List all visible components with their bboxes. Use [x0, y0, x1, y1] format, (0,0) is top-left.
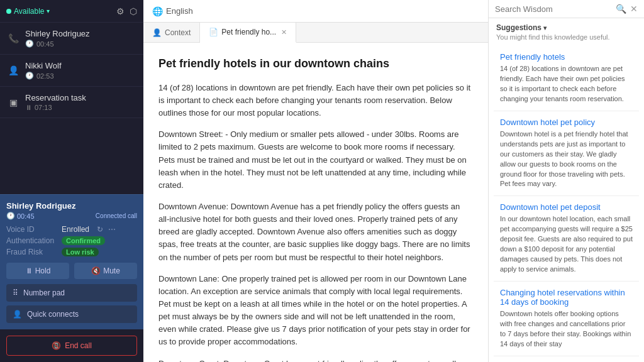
contact-info-shirley: Shirley Rodriguez 🕐 00:45	[25, 29, 137, 48]
contact-item-shirley[interactable]: 📞 Shirley Rodriguez 🕐 00:45	[0, 23, 143, 55]
knowledge-item-text-2: In our downtown hotel location, each sma…	[500, 214, 633, 275]
mute-icon: 🔇	[91, 266, 101, 275]
info-rows: Voice ID Enrolled ↻ ⋯ Authentication Con…	[6, 225, 137, 256]
hold-icon: ⏸	[25, 266, 33, 275]
fraud-badge: Low risk	[62, 248, 99, 256]
suggestions-chevron-icon: ▾	[543, 25, 547, 31]
settings-icon[interactable]: ⚙	[116, 6, 125, 16]
hold-button[interactable]: ⏸ Hold	[6, 263, 69, 279]
active-caller-name: Shirley Rodriguez	[6, 201, 137, 211]
active-caller-time: 🕐 00:45	[6, 212, 35, 220]
language-label: English	[166, 6, 193, 16]
knowledge-item-1[interactable]: Downtown hotel pet policy Downtown hotel…	[494, 111, 639, 197]
knowledge-item-title-2: Downtown hotel pet deposit	[500, 202, 633, 212]
article-para-0: 14 (of 28) locations in downtown are pet…	[158, 82, 473, 119]
tab-close-icon[interactable]: ✕	[281, 28, 287, 36]
status-dropdown[interactable]: Available ▾	[6, 7, 50, 16]
contact-item-nikki[interactable]: 👤 Nikki Wolf 🕐 02:53	[0, 55, 143, 87]
article-para-1: Downtown Street: - Only medium or smalle…	[158, 128, 473, 192]
article-para-3: Downtown Lane: One properly trained pet …	[158, 273, 473, 349]
contact-info-reservation: Reservation task ⏸ 07:13	[25, 93, 137, 111]
contact-info-nikki: Nikki Wolf 🕐 02:53	[25, 61, 137, 80]
contact-item-reservation[interactable]: ▣ Reservation task ⏸ 07:13	[0, 87, 143, 118]
doc-icon: 📄	[209, 28, 218, 36]
active-caller-meta: 🕐 00:45 Connected call	[6, 212, 137, 220]
auth-row: Authentication Confirmed	[6, 236, 137, 245]
contact-name-reservation: Reservation task	[25, 93, 137, 102]
number-pad-button[interactable]: ⠿ Number pad	[6, 284, 137, 302]
article-title: Pet friendly hotels in our downtown chai…	[158, 55, 473, 73]
more-icon[interactable]: ⋯	[108, 225, 116, 234]
knowledge-item-text-3: Downtown hotels offer booking options wi…	[500, 309, 633, 349]
search-input[interactable]	[495, 4, 612, 14]
header-icons: ⚙ ⬡	[116, 6, 137, 16]
pause-icon: ⏸	[25, 104, 32, 111]
right-panel: 🔍 ✕ Suggestions ▾ You might find this kn…	[488, 0, 644, 362]
clock-icon-3: 🕐	[6, 212, 15, 220]
knowledge-item-3[interactable]: Changing hotel reservations within 14 da…	[494, 282, 639, 356]
knowledge-item-title-3: Changing hotel reservations within 14 da…	[500, 288, 633, 307]
quick-connects-button[interactable]: 👤 Quick connects	[6, 305, 137, 323]
voice-id-label: Voice ID	[6, 225, 57, 234]
knowledge-list: Pet friendly hotels 14 (of 28) locations…	[489, 46, 644, 362]
status-label: Available	[14, 7, 44, 16]
main-content: 🌐 English 👤 Context 📄 Pet friendly ho...…	[143, 0, 488, 362]
action-buttons: ⏸ Hold 🔇 Mute	[6, 263, 137, 279]
fraud-row: Fraud Risk Low risk	[6, 248, 137, 256]
fraud-label: Fraud Risk	[6, 248, 57, 256]
auth-badge: Confirmed	[62, 236, 105, 245]
contact-list: 📞 Shirley Rodriguez 🕐 00:45 👤 Nikki Wolf…	[0, 23, 143, 194]
person-tab-icon: 👤	[152, 28, 162, 37]
end-call-icon: 📵	[52, 341, 61, 350]
clock-icon: 🕐	[25, 40, 34, 48]
mute-button[interactable]: 🔇 Mute	[74, 263, 137, 279]
sidebar-header: Available ▾ ⚙ ⬡	[0, 0, 143, 23]
sidebar: Available ▾ ⚙ ⬡ 📞 Shirley Rodriguez 🕐 00…	[0, 0, 143, 362]
article-para-4: Downtown Court: Downtown Court has a pet…	[158, 358, 473, 362]
knowledge-item-text-0: 14 (of 28) locations in downtown are pet…	[500, 64, 633, 104]
contact-time-nikki: 🕐 02:53	[25, 72, 137, 80]
logout-icon[interactable]: ⬡	[130, 6, 137, 16]
refresh-icon[interactable]: ↻	[97, 225, 103, 234]
tab-pet-friendly[interactable]: 📄 Pet friendly ho... ✕	[200, 23, 296, 43]
main-header: 🌐 English	[143, 0, 488, 23]
person-icon: 👤	[6, 63, 20, 77]
knowledge-item-title-0: Pet friendly hotels	[500, 52, 633, 62]
phone-icon: 📞	[6, 31, 20, 45]
search-icon: 🔍	[616, 4, 626, 14]
task-icon: ▣	[6, 96, 20, 109]
suggestions-header: Suggestions ▾	[489, 18, 644, 33]
clock-icon-2: 🕐	[25, 72, 34, 80]
knowledge-item-2[interactable]: Downtown hotel pet deposit In our downto…	[494, 196, 639, 282]
globe-icon: 🌐	[152, 6, 163, 16]
connected-badge: Connected call	[96, 212, 137, 219]
knowledge-item-0[interactable]: Pet friendly hotels 14 (of 28) locations…	[494, 46, 639, 111]
contact-name-shirley: Shirley Rodriguez	[25, 29, 137, 38]
chevron-down-icon: ▾	[47, 8, 50, 14]
status-indicator	[6, 9, 11, 14]
tab-context[interactable]: 👤 Context	[143, 23, 200, 42]
close-panel-button[interactable]: ✕	[630, 4, 638, 14]
end-call-button[interactable]: 📵 End call	[6, 336, 137, 356]
secondary-buttons: ⠿ Number pad 👤 Quick connects	[6, 284, 137, 323]
article-para-2: Downtown Avenue: Downtown Avenue has a p…	[158, 200, 473, 264]
tabs-bar: 👤 Context 📄 Pet friendly ho... ✕	[143, 23, 488, 43]
language-selector[interactable]: 🌐 English	[152, 6, 193, 16]
keypad-icon: ⠿	[13, 288, 18, 297]
contact-time-reservation: ⏸ 07:13	[25, 104, 137, 111]
knowledge-item-title-1: Downtown hotel pet policy	[500, 118, 633, 127]
search-bar: 🔍 ✕	[489, 0, 644, 18]
contact-name-nikki: Nikki Wolf	[25, 61, 137, 70]
active-caller-panel: Shirley Rodriguez 🕐 00:45 Connected call…	[0, 194, 143, 329]
knowledge-item-text-1: Downtown hotel is a pet friendly hotel t…	[500, 129, 633, 190]
suggestions-subtitle: You might find this knowledge useful.	[489, 33, 644, 46]
person-icon-2: 👤	[13, 310, 22, 319]
voice-id-value: Enrolled	[62, 225, 89, 234]
contact-time-shirley: 🕐 00:45	[25, 40, 137, 48]
auth-label: Authentication	[6, 236, 57, 245]
article-body: Pet friendly hotels in our downtown chai…	[143, 43, 488, 362]
voice-id-row: Voice ID Enrolled ↻ ⋯	[6, 225, 137, 234]
